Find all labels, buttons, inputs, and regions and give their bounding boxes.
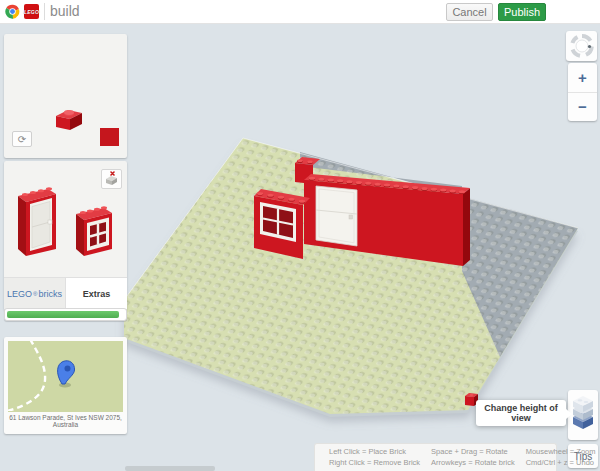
brick-tabs: LEGO®bricks Extras — [4, 277, 127, 310]
tab-lego-bricks-label: LEGO — [7, 289, 32, 299]
tab-lego-bricks-suffix: bricks — [38, 289, 62, 299]
build-progress-bar — [4, 308, 127, 321]
shortcut-rotate: Space + Drag = Rotate Arrowkeys = Rotate… — [431, 447, 515, 469]
zoom-in-button[interactable]: + — [568, 63, 597, 93]
change-height-button[interactable] — [568, 390, 598, 440]
lego-logo: LEGO — [24, 4, 39, 19]
map-address: 61 Lawson Parade, St Ives NSW 2075, Aust… — [8, 412, 123, 430]
registered-mark: ® — [33, 291, 37, 297]
header-bar: LEGO build Cancel Publish — [0, 0, 600, 24]
shortcut-zoom-undo: Mousewheel = Zoom Cmd/Ctrl + z = Undo — [526, 447, 596, 469]
zoom-out-button[interactable]: − — [568, 93, 597, 122]
map-graphic — [8, 341, 121, 411]
chrome-icon — [5, 4, 20, 19]
window-brick-option[interactable] — [76, 206, 112, 256]
map-road — [8, 341, 45, 411]
color-swatch-red[interactable] — [100, 128, 119, 146]
brick-preview-panel: ⟳ — [4, 34, 127, 158]
cancel-button[interactable]: Cancel — [446, 3, 493, 21]
delete-brick-tool[interactable] — [101, 169, 122, 189]
header-divider — [44, 3, 45, 20]
door-brick[interactable] — [316, 186, 357, 246]
shortcuts-bar: Left Click = Place Brick Right Click = R… — [314, 443, 557, 471]
brick-stack-icon — [572, 396, 594, 434]
tab-lego-bricks[interactable]: LEGO®bricks — [4, 278, 66, 310]
height-tooltip: Change height of view — [476, 400, 566, 426]
delete-x-icon — [111, 172, 114, 175]
shortcut-mouse: Left Click = Place Brick Right Click = R… — [329, 447, 420, 469]
build-progress-fill — [7, 311, 119, 318]
zoom-controls: + − — [568, 63, 597, 121]
brick-selector-panel: LEGO®bricks Extras — [4, 161, 127, 310]
map-panel: 61 Lawson Parade, St Ives NSW 2075, Aust… — [4, 337, 127, 434]
orbit-compass-control[interactable] — [566, 31, 597, 61]
door-brick-option[interactable] — [18, 187, 56, 256]
publish-button[interactable]: Publish — [498, 3, 546, 21]
map-thumbnail[interactable] — [8, 341, 123, 412]
build-with-chrome-app: LEGO build Cancel Publish ⟳ — [0, 0, 600, 471]
app-title: build — [50, 3, 80, 19]
map-pin-icon — [58, 361, 75, 384]
horizontal-scrollbar[interactable] — [125, 466, 215, 471]
compass-icon — [569, 33, 595, 59]
rotate-brick-button[interactable]: ⟳ — [12, 131, 32, 147]
tab-extras[interactable]: Extras — [66, 278, 127, 310]
